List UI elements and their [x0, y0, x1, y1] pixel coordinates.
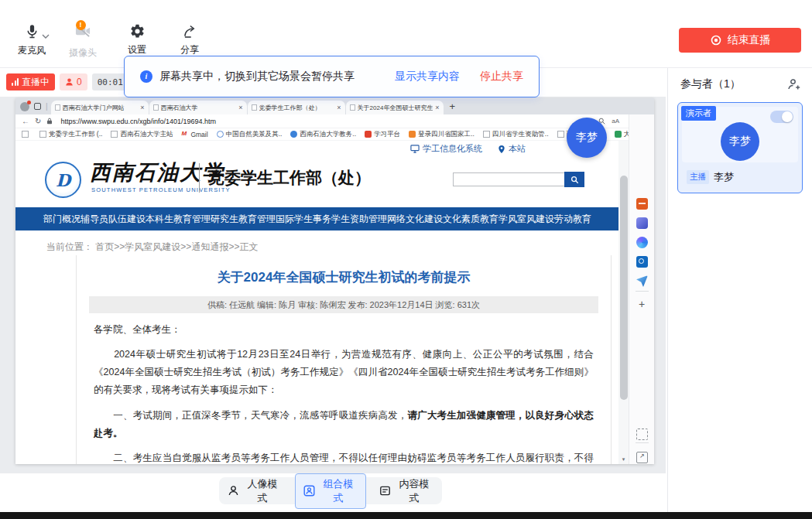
url-text[interactable]: https://www.swpu.edu.cn/xgb/info/1401/19… [60, 118, 593, 125]
presenter-toggle[interactable] [770, 111, 793, 123]
layout-mode-bar: 人像模式 组合模式 内容模式 [219, 477, 442, 504]
combo-mode-button[interactable]: 组合模式 [295, 473, 366, 509]
tab-close-icon[interactable]: × [435, 104, 439, 111]
browser-profile-icon[interactable] [20, 102, 29, 111]
tab-title: 党委学生工作部（处） [259, 104, 335, 112]
student-affairs-system-link[interactable]: 学工信息化系统 [410, 143, 482, 155]
site-nav-item[interactable]: 国际学生事务 [276, 213, 331, 226]
tab-close-icon[interactable]: × [238, 104, 242, 111]
participant-video-tile: 演示者 李梦 [682, 107, 798, 162]
presenter-camera-overlay: 李梦 [567, 118, 607, 158]
camera-button[interactable]: ! 摄像头 [60, 23, 105, 60]
browser-tab[interactable]: 西南石油大学 × [149, 101, 247, 114]
rail-divider [636, 291, 649, 292]
bookmark-item[interactable]: 党委学生工作部 (.. [39, 130, 102, 139]
tab-actions-icon[interactable] [34, 103, 41, 110]
end-live-label: 结束直播 [728, 33, 771, 47]
briefcase-icon[interactable] [636, 198, 648, 210]
copilot-icon[interactable] [636, 237, 648, 248]
participant-card[interactable]: 演示者 李梦 主播 李梦 [677, 102, 803, 193]
portrait-mode-button[interactable]: 人像模式 [219, 473, 290, 509]
text-size-icon[interactable]: aA [612, 118, 619, 125]
bookmark-favicon [290, 131, 297, 138]
site-nav-item[interactable]: 网络文化建设 [387, 213, 443, 226]
site-nav-item[interactable]: 劳动教育 [554, 213, 591, 226]
new-tab-button[interactable]: + [450, 101, 456, 112]
send-icon[interactable] [636, 275, 648, 287]
add-participant-icon[interactable] [787, 78, 801, 90]
show-shared-content-link[interactable]: 显示共享内容 [395, 70, 460, 84]
bookmark-favicon [181, 131, 188, 138]
site-quick-links: 学工信息化系统 本站 [410, 143, 526, 155]
browser-tab[interactable]: 党委学生工作部（处） × [248, 101, 345, 114]
tab-close-icon[interactable]: × [337, 104, 341, 111]
overlay-avatar-text: 李梦 [576, 131, 598, 145]
site-nav-item[interactable]: 部门概况 [43, 213, 81, 226]
shared-browser-window: | 西南石油大学门户网站 × 西南石油大学 × 党委学生工作部（处） × [15, 98, 654, 464]
bookmark-favicon [557, 131, 564, 138]
bookmark-item[interactable]: 西南石油大学教务.. [290, 130, 356, 139]
site-nav-item[interactable]: 学风室风建设 [499, 213, 554, 226]
bookmark-item[interactable]: 学习平台 [365, 130, 400, 139]
share-icon [181, 23, 198, 39]
site-nav-item[interactable]: 学生资助管理 [331, 213, 387, 226]
monitor-icon [410, 145, 420, 153]
university-name-cn: 西南石油大学 [90, 159, 224, 186]
site-nav-item[interactable]: 辅导员队伍建设 [81, 213, 146, 226]
gear-icon [129, 23, 146, 39]
site-search-input[interactable] [453, 172, 564, 186]
people-icon[interactable] [636, 217, 648, 229]
screenshot-icon[interactable] [636, 429, 648, 440]
bookmark-item[interactable]: 四川省学生资助管.. [483, 130, 549, 139]
stop-share-link[interactable]: 停止共享 [480, 70, 523, 84]
scrollbar-thumb[interactable] [620, 176, 628, 400]
bookmark-favicon [217, 131, 224, 138]
outlook-icon[interactable] [636, 256, 648, 268]
microphone-button[interactable]: 麦克风 [9, 23, 54, 57]
chevron-down-icon[interactable] [42, 28, 50, 42]
live-streaming-app: 麦克风 ! 摄像头 设置 分享 [0, 0, 812, 519]
bookmark-item[interactable]: 大学生部.. [615, 130, 629, 139]
site-home-link[interactable]: 本站 [498, 143, 526, 155]
share-button[interactable]: 分享 [167, 23, 212, 56]
person-icon [228, 485, 239, 497]
back-icon[interactable]: ← [22, 118, 29, 125]
site-nav-item[interactable]: 本科生教育管理 [146, 213, 211, 226]
microphone-label: 麦克风 [18, 44, 46, 57]
site-nav-item[interactable]: 研究生教育管理 [211, 213, 276, 226]
tab-title: 西南石油大学门户网站 [63, 104, 139, 112]
settings-button[interactable]: 设置 [115, 23, 159, 56]
host-badge: 主播 [687, 170, 709, 184]
bookmark-item[interactable]: Gmail [181, 131, 207, 138]
camera-warning-badge: ! [76, 20, 86, 30]
article-meta: 供稿: 任远航 编辑: 陈月 审核: 陈俐宏 发布: 2023年12月14日 浏… [89, 296, 598, 313]
tab-favicon [252, 104, 257, 111]
scroll-down-icon[interactable]: ▾ [618, 456, 629, 463]
external-icon[interactable] [636, 452, 648, 463]
refresh-icon[interactable]: ↻ [35, 118, 41, 125]
bookmark-favicon [22, 131, 29, 138]
person-in-frame-icon [303, 485, 315, 497]
plus-icon[interactable] [636, 299, 648, 310]
bookmark-item[interactable] [22, 131, 31, 138]
site-nav-item[interactable]: 文化素质教育 [443, 213, 499, 226]
browser-tab[interactable]: 西南石油大学门户网站 × [51, 101, 149, 114]
breadcrumb-path[interactable]: 首页>>学风室风建设>>通知通报>>正文 [95, 241, 258, 252]
participants-header: 参与者（1） [668, 68, 812, 97]
bookmark-item[interactable]: 登录四川省国家工.. [409, 130, 475, 139]
university-banner: D 西南石油大学 SOUTHWEST PETROLEUM UNIVERSITY … [15, 157, 618, 207]
article-paragraph: 一、考试期间，正值深冬季节，天气寒冷，流感等呼吸道疾病高发，请广大考生加强健康管… [94, 407, 594, 442]
bookmark-item[interactable]: 西南石油大学主站 [111, 130, 173, 139]
bookmark-favicon [365, 131, 372, 138]
article: 关于2024年全国硕士研究生初试的考前提示 供稿: 任远航 编辑: 陈月 审核:… [76, 255, 612, 464]
tab-favicon [350, 104, 355, 111]
article-paragraph: 二、考生应当自觉服从监考员等考务工作人员管理，不得以任何理由妨碍监考员等考务工作… [94, 449, 594, 464]
page-scrollbar[interactable]: ▾ [618, 141, 629, 464]
share-label: 分享 [180, 43, 199, 56]
content-mode-button[interactable]: 内容模式 [371, 473, 442, 509]
tab-close-icon[interactable]: × [140, 104, 144, 111]
bookmark-item[interactable]: 中国自然美景及其.. [217, 130, 283, 139]
browser-tab[interactable]: 关于2024年全国硕士研究生初… × [346, 101, 444, 114]
site-search-button[interactable] [564, 172, 584, 187]
end-live-button[interactable]: 结束直播 [679, 28, 801, 53]
